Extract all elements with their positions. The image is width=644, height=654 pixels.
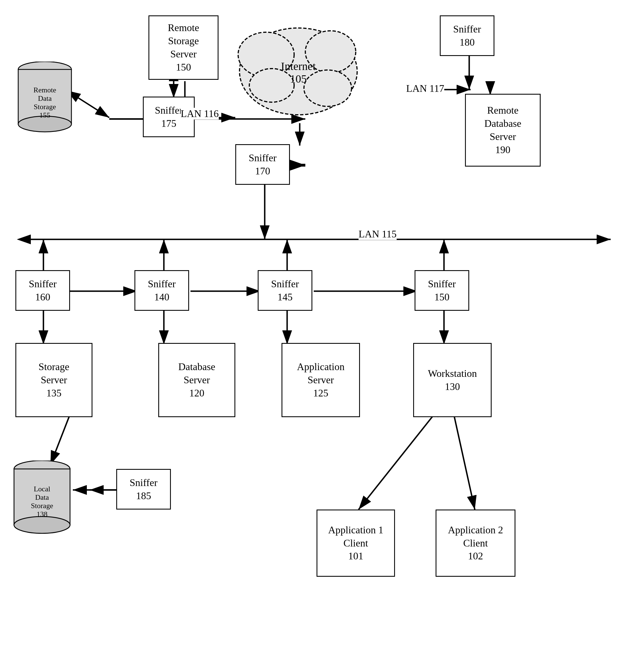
remote-data-storage: Remote Data Storage 155 (16, 62, 74, 135)
lan-115-label: LAN 115 (359, 228, 397, 240)
storage-server: Storage Server 135 (16, 343, 92, 417)
svg-point-44 (249, 69, 294, 102)
application-server: Application Server 125 (281, 343, 360, 417)
svg-line-32 (359, 414, 434, 510)
svg-line-31 (50, 414, 70, 465)
local-data-storage: Local Data Storage 138 (11, 461, 73, 536)
svg-text:105: 105 (290, 73, 307, 85)
remote-storage-server: Remote Storage Server 150 (148, 16, 218, 80)
sniffer-180: Sniffer 180 (440, 16, 495, 56)
sniffer-170: Sniffer 170 (235, 144, 290, 185)
internet: Internet 105 (230, 18, 367, 125)
svg-text:155: 155 (40, 111, 50, 119)
svg-text:Data: Data (38, 94, 52, 102)
diagram: Remote Storage Server 150 Remote Data St… (0, 0, 644, 654)
app-client-102: Application 2 Client 102 (436, 510, 515, 577)
sniffer-160: Sniffer 160 (16, 270, 70, 311)
svg-text:Storage: Storage (31, 502, 53, 510)
lan-117-label: LAN 117 (406, 82, 444, 94)
svg-text:138: 138 (37, 510, 48, 518)
svg-text:Remote: Remote (33, 86, 56, 94)
svg-point-45 (304, 70, 351, 106)
database-server: Database Server 120 (158, 343, 235, 417)
svg-text:Local: Local (33, 485, 50, 493)
workstation: Workstation 130 (413, 343, 491, 417)
svg-text:Data: Data (35, 493, 49, 502)
lan-116-label: LAN 116 (181, 108, 219, 120)
sniffer-145: Sniffer 145 (258, 270, 312, 311)
svg-text:Storage: Storage (33, 103, 56, 111)
svg-text:Internet: Internet (281, 60, 316, 73)
sniffer-150-lower: Sniffer 150 (415, 270, 469, 311)
svg-point-50 (14, 516, 70, 533)
svg-line-33 (454, 414, 475, 510)
svg-line-11 (78, 98, 109, 118)
app-client-101: Application 1 Client 101 (317, 510, 395, 577)
remote-database-server: Remote Database Server 190 (465, 94, 540, 167)
sniffer-140: Sniffer 140 (135, 270, 189, 311)
sniffer-185: Sniffer 185 (116, 469, 171, 510)
